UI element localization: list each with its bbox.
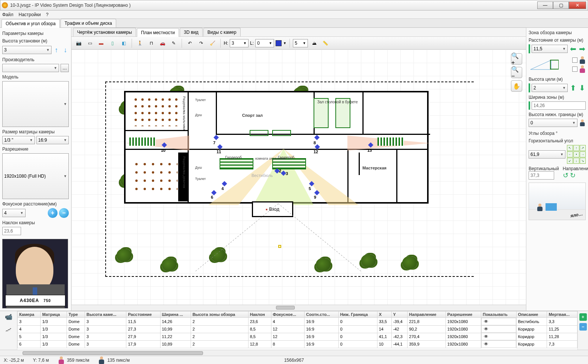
distance-combo[interactable]: 11,5▼ (532, 45, 568, 53)
target-height-combo[interactable]: 2▼ (532, 84, 568, 92)
car-tool-icon[interactable]: 🚗 (158, 38, 167, 48)
v-angle-value (529, 171, 554, 180)
col-header[interactable]: X (377, 311, 391, 318)
brush-icon[interactable]: 🧹 (208, 38, 217, 48)
visibility-eye-icon[interactable]: 👁 (483, 326, 489, 332)
canvas-hscroll[interactable] (71, 305, 526, 311)
tab-camera-views[interactable]: Виды с камер (203, 28, 241, 36)
menu-settings[interactable]: Настройки (19, 12, 41, 17)
col-header[interactable]: Расстояние (126, 311, 160, 318)
visibility-eye-icon[interactable]: 👁 (483, 334, 489, 339)
target-female-check[interactable] (572, 66, 577, 72)
redo-icon[interactable]: ↷ (196, 38, 206, 48)
zoom-in-button[interactable]: 🔍+ (511, 53, 522, 65)
pan-button[interactable]: ✋ (511, 80, 522, 92)
box-tool-icon[interactable]: ◧ (119, 38, 129, 48)
col-header[interactable]: Описание (516, 311, 547, 318)
table-hscroll[interactable] (0, 350, 588, 356)
col-header[interactable]: Камера (18, 311, 41, 318)
col-header[interactable]: Соотн.сто... (305, 311, 338, 318)
col-header[interactable]: Фокусное... (271, 311, 305, 318)
minimize-button[interactable]: — (537, 2, 553, 9)
table-tool-icon[interactable]: ⊓ (146, 38, 156, 48)
color-swatch[interactable] (276, 40, 282, 46)
install-height-combo[interactable]: 3▼ (2, 46, 52, 54)
visibility-eye-icon[interactable]: 👁 (483, 341, 489, 347)
dist-left-icon[interactable]: ⬅ (569, 44, 577, 53)
camera-tool-icon[interactable]: 📷 (74, 38, 83, 48)
target-male-check[interactable] (572, 57, 577, 63)
rotate-ccw-icon[interactable]: ↺ (563, 171, 568, 180)
camera-row-icon[interactable]: 📹 (5, 313, 12, 320)
focal-length-label: Фокусное расстояние(мм) (2, 201, 69, 207)
table-row[interactable]: 31/3Dome311,514,26223,6416:9033,5-39,422… (18, 318, 577, 326)
h-angle-combo[interactable]: 61,9▼ (529, 150, 565, 159)
aspect-combo[interactable]: 16:9▼ (36, 136, 69, 144)
menu-file[interactable]: Файл (2, 12, 14, 17)
h-value-combo[interactable]: 3▼ (230, 39, 249, 47)
focal-plus-button[interactable]: + (48, 208, 58, 218)
camera-table[interactable]: КамераМатрицаTypeВысота каме...Расстояни… (17, 311, 577, 350)
col-header[interactable]: Type (67, 311, 85, 318)
col-header[interactable]: Ширина ... (160, 311, 191, 318)
visibility-eye-icon[interactable]: 👁 (483, 319, 489, 324)
room-dress-m: Раздевалка мальчики (182, 96, 186, 130)
tab-traffic[interactable]: Трафик и объем диска (61, 19, 116, 27)
col-header[interactable]: Показывать (481, 311, 516, 318)
menu-help[interactable]: ? (46, 12, 48, 17)
add-row-button[interactable]: + (579, 313, 587, 321)
focal-length-combo[interactable]: 4▼ (2, 209, 26, 217)
col-header[interactable]: Направление (408, 311, 446, 318)
col-header[interactable]: Наклон (248, 311, 271, 318)
height-down-icon[interactable]: ↓ (62, 45, 69, 55)
tilt-value (2, 227, 21, 235)
col-header[interactable]: Высота зоны обзора (191, 311, 248, 318)
sensor-size-combo[interactable]: 1/3 "▼ (2, 136, 35, 144)
window-tool-icon[interactable]: ▯ (108, 38, 117, 48)
camera-preview: A430EA 750 (2, 239, 68, 308)
col-header[interactable]: Разрешение (446, 311, 481, 318)
rotate-cw-icon[interactable]: ↻ (570, 171, 576, 180)
h-label: H: (224, 41, 228, 46)
cable-row-icon[interactable]: 〰 (4, 326, 13, 335)
table-row[interactable]: 61/3Dome317,910,89212,8816:9010-44,1359,… (18, 340, 577, 348)
tab-install-drawing[interactable]: Чертёж установки камеры (73, 28, 136, 36)
lower-height-combo[interactable]: 0▼ (529, 119, 577, 127)
plan-canvas[interactable]: 🔍+ 🔍− ✋ (71, 50, 526, 305)
tab-site-plan[interactable]: План местности (137, 28, 179, 37)
focal-minus-button[interactable]: − (59, 208, 69, 218)
sensor-size-label: Размер матрицы камеры (2, 129, 69, 134)
person-tool-icon[interactable]: 🚶 (135, 38, 145, 48)
close-button[interactable]: ✕ (569, 2, 586, 9)
resolution-combo[interactable]: 1920x1080 (Full HD)▼ (2, 153, 69, 199)
col-header[interactable]: Матрица (41, 311, 67, 318)
tab-3d-view[interactable]: 3D вид (180, 28, 203, 36)
measure-tool-icon[interactable]: 📏 (321, 38, 330, 48)
table-row[interactable]: 41/3Dome327,310,9928,51216:9014-4290,219… (18, 325, 577, 333)
maximize-button[interactable]: ▢ (553, 2, 569, 9)
height-up-icon[interactable]: ↑ (53, 45, 60, 55)
col-header[interactable]: Y (391, 311, 407, 318)
col-header[interactable]: Высота каме... (85, 311, 126, 318)
table-row[interactable]: 51/3Dome327,911,2228,51216:9041,1-42,327… (18, 333, 577, 340)
col-header[interactable]: Мертвая... (547, 311, 577, 318)
l-value-combo[interactable]: 0▼ (255, 39, 274, 47)
model-combo[interactable]: ▼ (2, 81, 69, 127)
col-header[interactable]: Ниж. Граница (338, 311, 377, 318)
count-combo[interactable]: 5▼ (293, 39, 308, 47)
target-down-icon[interactable]: ⬇ (578, 83, 586, 92)
landscape-tool-icon[interactable]: ⛰ (309, 38, 319, 48)
select-tool-icon[interactable]: ▭ (85, 38, 95, 48)
manufacturer-browse-button[interactable]: … (61, 64, 69, 72)
target-up-icon[interactable]: ⬆ (569, 83, 577, 92)
dist-right-icon[interactable]: ➡ (578, 44, 586, 53)
manufacturer-combo[interactable]: ▼ (2, 64, 59, 72)
remove-row-button[interactable]: − (579, 323, 587, 331)
camera-table-panel: 📹 〰 КамераМатрицаTypeВысота каме...Расст… (0, 311, 588, 356)
zoom-out-button[interactable]: 🔍− (511, 67, 522, 78)
pen-tool-icon[interactable]: ✎ (169, 38, 179, 48)
direction-pad[interactable]: ↖↑↗←•→↙↓↘ (567, 145, 586, 164)
tab-lens[interactable]: Объектив и угол обзора (2, 19, 60, 28)
wall-tool-icon[interactable]: ▬ (96, 38, 106, 48)
undo-icon[interactable]: ↶ (185, 38, 195, 48)
